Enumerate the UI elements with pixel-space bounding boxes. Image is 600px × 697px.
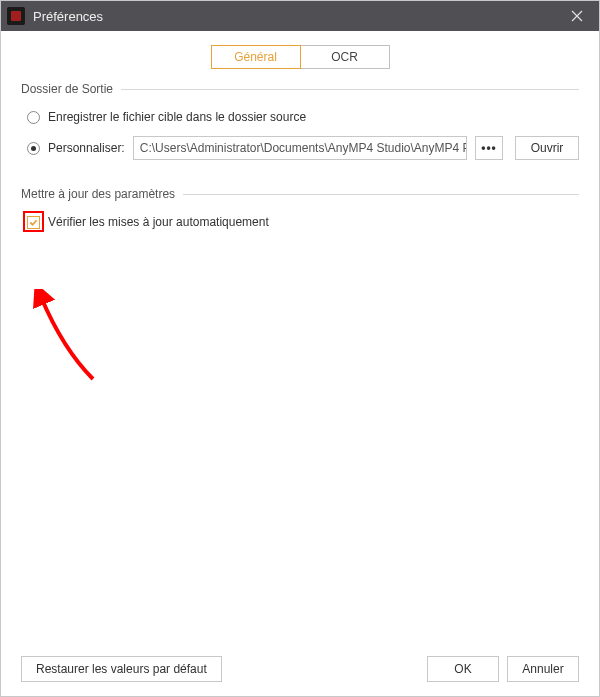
customize-label: Personnaliser:: [48, 141, 125, 155]
checkbox-auto-update[interactable]: [27, 216, 40, 229]
save-in-source-row[interactable]: Enregistrer le fichier cible dans le dos…: [27, 110, 579, 124]
update-settings-section: Mettre à jour des paramètres Vérifier le…: [21, 194, 579, 235]
preferences-window: Préférences Général OCR Dossier de Sorti…: [0, 0, 600, 697]
cancel-button[interactable]: Annuler: [507, 656, 579, 682]
tab-ocr[interactable]: OCR: [300, 45, 390, 69]
radio-customize[interactable]: [27, 142, 40, 155]
titlebar: Préférences: [1, 1, 599, 31]
auto-update-row[interactable]: Vérifier les mises à jour automatiquemen…: [27, 215, 579, 229]
app-icon: [7, 7, 25, 25]
annotation-arrow-icon: [33, 289, 103, 389]
content-area: Dossier de Sortie Enregistrer le fichier…: [1, 81, 599, 645]
radio-save-in-source[interactable]: [27, 111, 40, 124]
tab-group: Général OCR: [211, 45, 390, 69]
output-folder-legend: Dossier de Sortie: [21, 82, 121, 96]
output-path-input[interactable]: C:\Users\Administrator\Documents\AnyMP4 …: [133, 136, 467, 160]
auto-update-label: Vérifier les mises à jour automatiquemen…: [48, 215, 269, 229]
tab-general[interactable]: Général: [211, 45, 301, 69]
browse-button[interactable]: •••: [475, 136, 503, 160]
close-icon: [571, 10, 583, 22]
tabs-row: Général OCR: [1, 31, 599, 81]
save-in-source-label: Enregistrer le fichier cible dans le dos…: [48, 110, 306, 124]
open-folder-button[interactable]: Ouvrir: [515, 136, 579, 160]
output-folder-section: Dossier de Sortie Enregistrer le fichier…: [21, 89, 579, 176]
close-button[interactable]: [555, 1, 599, 31]
output-path-value: C:\Users\Administrator\Documents\AnyMP4 …: [140, 141, 467, 155]
window-title: Préférences: [33, 9, 103, 24]
checkmark-icon: [29, 218, 38, 227]
update-settings-legend: Mettre à jour des paramètres: [21, 187, 183, 201]
footer: Restaurer les valeurs par défaut OK Annu…: [1, 645, 599, 696]
restore-defaults-button[interactable]: Restaurer les valeurs par défaut: [21, 656, 222, 682]
ok-button[interactable]: OK: [427, 656, 499, 682]
customize-row: Personnaliser: C:\Users\Administrator\Do…: [27, 136, 579, 160]
